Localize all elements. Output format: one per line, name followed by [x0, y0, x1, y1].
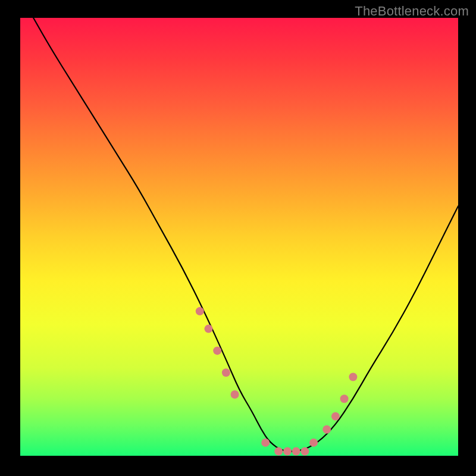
highlight-dot: [231, 390, 239, 399]
highlight-dot: [309, 439, 318, 447]
highlight-dot: [213, 346, 221, 355]
chart-frame: TheBottleneck.com: [0, 0, 476, 476]
plot-area: [20, 18, 458, 456]
curve-svg: [20, 18, 458, 456]
highlight-dots-group: [196, 307, 358, 456]
highlight-dot: [300, 447, 309, 456]
highlight-dot: [205, 325, 213, 333]
watermark-text: TheBottleneck.com: [355, 4, 469, 19]
highlight-dot: [274, 447, 283, 456]
highlight-dot: [331, 412, 340, 421]
highlight-dot: [196, 307, 204, 315]
highlight-dot: [349, 373, 357, 381]
highlight-dot: [322, 425, 331, 434]
highlight-dot: [222, 368, 230, 377]
highlight-dot: [292, 447, 300, 456]
bottleneck-curve-line: [33, 18, 458, 452]
highlight-dot: [283, 447, 292, 456]
highlight-dot: [261, 439, 270, 447]
highlight-dot: [340, 394, 349, 403]
